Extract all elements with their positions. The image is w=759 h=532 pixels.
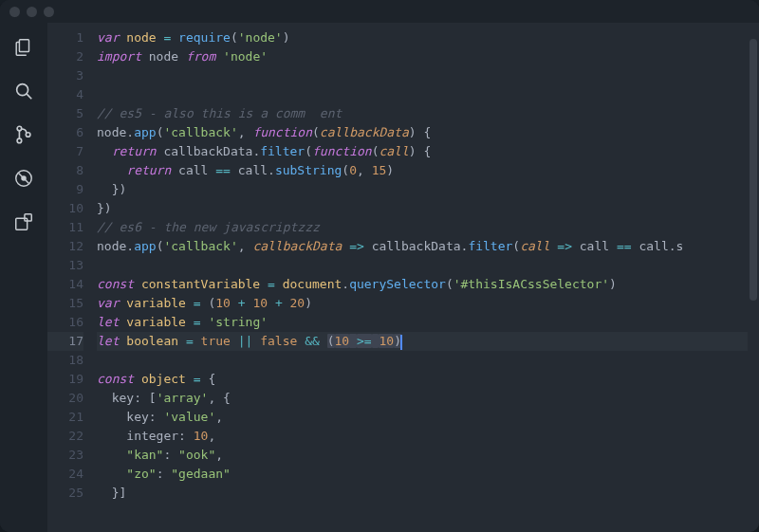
line-number[interactable]: 23: [47, 446, 83, 465]
line-number[interactable]: 4: [47, 85, 83, 104]
code-line[interactable]: "kan": "ook",: [97, 446, 748, 465]
line-number[interactable]: 19: [47, 370, 83, 389]
traffic-light-minimize[interactable]: [27, 7, 37, 17]
extensions-icon[interactable]: [12, 211, 35, 233]
code-line[interactable]: // es5 - also this is a comm ent: [97, 104, 748, 123]
search-icon[interactable]: [12, 80, 35, 102]
line-number[interactable]: 12: [47, 237, 83, 256]
code-line[interactable]: key: ['array', {: [97, 389, 748, 408]
code-line[interactable]: var node = require('node'): [97, 28, 748, 47]
line-number[interactable]: 8: [47, 161, 83, 180]
code-line[interactable]: let boolean = true || false && (10 >= 10…: [97, 332, 748, 351]
line-number[interactable]: 21: [47, 408, 83, 427]
line-number[interactable]: 6: [47, 123, 83, 142]
svg-point-1: [17, 84, 28, 96]
code-area[interactable]: var node = require('node')import node fr…: [97, 28, 748, 532]
traffic-light-close[interactable]: [9, 7, 20, 17]
code-line[interactable]: import node from 'node': [97, 47, 748, 66]
line-number[interactable]: 18: [47, 351, 83, 370]
debug-icon[interactable]: [12, 167, 35, 190]
code-line[interactable]: [97, 66, 748, 85]
line-number[interactable]: 16: [47, 313, 83, 332]
code-line[interactable]: integer: 10,: [97, 427, 748, 446]
line-number[interactable]: 10: [47, 199, 83, 218]
line-number[interactable]: 17: [47, 332, 83, 351]
code-line[interactable]: }): [97, 180, 748, 199]
code-line[interactable]: const constantVariable = document.queryS…: [97, 275, 748, 294]
code-line[interactable]: return callbackData.filter(function(call…: [97, 142, 748, 161]
code-line[interactable]: [97, 256, 748, 275]
line-number[interactable]: 7: [47, 142, 83, 161]
svg-point-4: [17, 138, 22, 143]
files-icon[interactable]: [12, 36, 35, 59]
code-line[interactable]: node.app('callback', callbackData => cal…: [97, 237, 748, 256]
code-line[interactable]: var variable = (10 + 10 + 20): [97, 294, 748, 313]
traffic-light-zoom[interactable]: [44, 7, 54, 17]
line-number[interactable]: 11: [47, 218, 83, 237]
svg-rect-0: [19, 40, 28, 52]
code-line[interactable]: let variable = 'string': [97, 313, 748, 332]
svg-rect-8: [16, 218, 28, 229]
code-line[interactable]: "zo": "gedaan": [97, 465, 748, 484]
scrollbar-thumb[interactable]: [750, 39, 757, 301]
code-line[interactable]: [97, 85, 748, 104]
code-line[interactable]: const object = {: [97, 370, 748, 389]
line-number[interactable]: 5: [47, 104, 83, 123]
line-number[interactable]: 24: [47, 465, 83, 484]
line-number[interactable]: 2: [47, 47, 83, 66]
code-line[interactable]: key: 'value',: [97, 408, 748, 427]
vertical-scrollbar[interactable]: [748, 28, 759, 532]
activity-bar: [0, 23, 47, 532]
line-number[interactable]: 15: [47, 294, 83, 313]
svg-line-2: [27, 94, 31, 99]
svg-rect-9: [25, 214, 31, 221]
svg-point-7: [21, 175, 27, 181]
line-number-gutter[interactable]: 1234567891011121314151617181920212223242…: [47, 28, 97, 532]
line-number[interactable]: 22: [47, 427, 83, 446]
code-line[interactable]: }]: [97, 484, 748, 503]
text-cursor: [400, 335, 402, 350]
svg-point-5: [26, 133, 30, 138]
svg-point-3: [17, 126, 22, 131]
code-line[interactable]: return call == call.subString(0, 15): [97, 161, 748, 180]
code-line[interactable]: [97, 351, 748, 370]
line-number[interactable]: 3: [47, 66, 83, 85]
code-editor[interactable]: 1234567891011121314151617181920212223242…: [47, 23, 759, 532]
titlebar[interactable]: [0, 0, 759, 23]
code-line[interactable]: }): [97, 199, 748, 218]
line-number[interactable]: 1: [47, 28, 83, 47]
code-line[interactable]: // es6 - the new javascriptzzz: [97, 218, 748, 237]
line-number[interactable]: 20: [47, 389, 83, 408]
line-number[interactable]: 13: [47, 256, 83, 275]
line-number[interactable]: 9: [47, 180, 83, 199]
window-body: 1234567891011121314151617181920212223242…: [0, 23, 759, 532]
source-control-icon[interactable]: [12, 123, 35, 146]
code-line[interactable]: node.app('callback', function(callbackDa…: [97, 123, 748, 142]
line-number[interactable]: 25: [47, 484, 83, 503]
editor-window: 1234567891011121314151617181920212223242…: [0, 0, 759, 532]
line-number[interactable]: 14: [47, 275, 83, 294]
